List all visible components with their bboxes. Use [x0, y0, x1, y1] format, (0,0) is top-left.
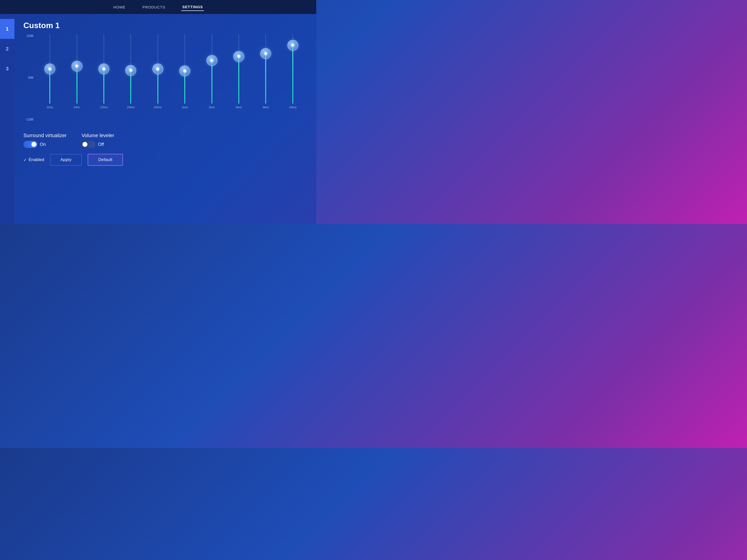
enabled-check: ✓ Enabled: [23, 157, 44, 162]
check-icon: ✓: [23, 158, 27, 162]
preset-title: Custom 1: [23, 21, 306, 30]
eq-label-middle: 0dB: [28, 76, 33, 79]
eq-thumb-4kHz[interactable]: [233, 51, 244, 62]
eq-thumb-2kHz[interactable]: [206, 55, 217, 66]
surround-virtualizer-toggle-row: On: [23, 141, 67, 148]
eq-band-4kHz: 4kHz: [225, 34, 252, 119]
eq-thumb-500Hz[interactable]: [152, 63, 163, 74]
eq-freq-label-500Hz: 500Hz: [154, 106, 162, 109]
eq-thumb-32Hz[interactable]: [44, 63, 55, 74]
volume-leveler-label: Volume leveler: [81, 133, 114, 138]
volume-leveler-state: Off: [98, 142, 104, 147]
eq-thumb-16kHz[interactable]: [287, 40, 298, 51]
eq-labels: 12dB 0dB -12dB: [23, 34, 35, 121]
eq-band-250Hz: 250Hz: [117, 34, 144, 119]
eq-thumb-125Hz[interactable]: [98, 63, 109, 74]
eq-thumb-8kHz[interactable]: [260, 48, 271, 59]
eq-band-500Hz: 500Hz: [145, 34, 171, 119]
sidebar: 1 2 3: [0, 14, 15, 224]
eq-band-2kHz: 2kHz: [198, 34, 225, 119]
eq-freq-label-32Hz: 32Hz: [47, 106, 53, 109]
eq-band-32Hz: 32Hz: [36, 34, 63, 119]
eq-freq-label-8kHz: 8kHz: [263, 106, 269, 109]
default-button[interactable]: Default: [88, 154, 123, 166]
eq-freq-label-4kHz: 4kHz: [236, 106, 242, 109]
surround-virtualizer-toggle[interactable]: [23, 141, 37, 148]
volume-leveler-group: Volume leveler Off: [81, 133, 114, 148]
eq-sliders-area: 32Hz 64Hz: [36, 34, 306, 119]
eq-label-top: 12dB: [26, 34, 33, 37]
eq-thumb-250Hz[interactable]: [125, 65, 136, 76]
nav-home[interactable]: HOME: [112, 3, 127, 11]
eq-band-1kHz: 1kHz: [171, 34, 198, 119]
eq-freq-label-64Hz: 64Hz: [74, 106, 80, 109]
eq-thumb-64Hz[interactable]: [72, 61, 82, 72]
bottom-row: ✓ Enabled Apply Default: [23, 154, 306, 166]
eq-label-bottom: -12dB: [25, 118, 33, 121]
eq-freq-label-125Hz: 125Hz: [100, 106, 108, 109]
controls-row: Surround virtualizer On Volume leveler O…: [23, 133, 306, 148]
surround-virtualizer-knob: [31, 142, 36, 147]
eq-freq-label-16kHz: 16kHz: [289, 106, 297, 109]
apply-button[interactable]: Apply: [50, 154, 82, 165]
surround-virtualizer-group: Surround virtualizer On: [23, 133, 67, 148]
eq-band-64Hz: 64Hz: [63, 34, 90, 119]
surround-virtualizer-label: Surround virtualizer: [23, 133, 67, 138]
sidebar-item-1[interactable]: 1: [0, 19, 15, 39]
eq-freq-label-1kHz: 1kHz: [182, 106, 188, 109]
eq-band-8kHz: 8kHz: [252, 34, 279, 119]
volume-leveler-toggle-row: Off: [81, 141, 114, 148]
eq-band-16kHz: 16kHz: [279, 34, 306, 119]
main-layout: 1 2 3 Custom 1 12dB 0dB -12dB: [0, 14, 316, 224]
content-area: Custom 1 12dB 0dB -12dB 32H: [15, 14, 316, 224]
nav-settings[interactable]: SETTINGS: [181, 3, 204, 11]
eq-band-125Hz: 125Hz: [91, 34, 117, 119]
nav-products[interactable]: PRODUCTS: [141, 3, 166, 11]
sidebar-item-3[interactable]: 3: [0, 59, 15, 79]
nav-bar: HOME PRODUCTS SETTINGS: [0, 0, 316, 14]
eq-freq-label-2kHz: 2kHz: [209, 106, 215, 109]
eq-freq-label-250Hz: 250Hz: [127, 106, 135, 109]
volume-leveler-toggle[interactable]: [81, 141, 95, 148]
enabled-label: Enabled: [29, 157, 44, 162]
equalizer-container: 12dB 0dB -12dB 32Hz: [23, 34, 306, 129]
sidebar-item-2[interactable]: 2: [0, 39, 15, 59]
eq-thumb-1kHz[interactable]: [179, 65, 190, 76]
volume-leveler-knob: [82, 142, 87, 147]
surround-virtualizer-state: On: [40, 142, 46, 147]
